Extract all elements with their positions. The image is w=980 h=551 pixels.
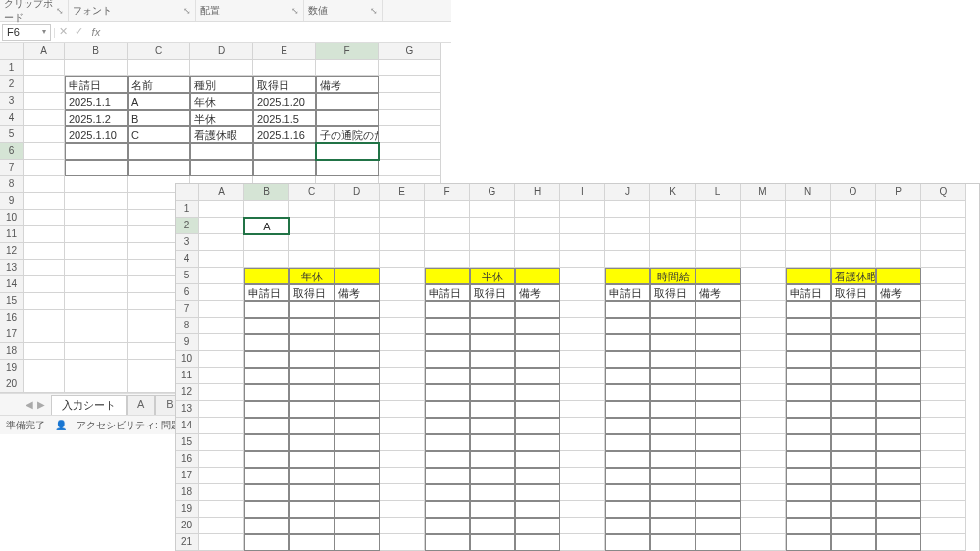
cell[interactable]: 取得日 [253,76,316,93]
cell[interactable] [470,218,515,234]
cell[interactable] [831,451,876,468]
cell[interactable]: 2025.1.20 [253,93,316,110]
cell[interactable] [289,201,335,218]
cell[interactable] [244,434,289,451]
column-header[interactable]: E [380,184,425,201]
cell[interactable] [65,376,128,393]
cell[interactable] [876,484,921,501]
cell[interactable] [335,434,380,451]
cell[interactable] [560,451,605,468]
cell[interactable] [199,284,244,301]
cell[interactable] [425,251,470,268]
cell[interactable] [190,160,253,176]
cell[interactable] [380,301,425,318]
cell[interactable] [244,484,289,501]
column-header[interactable]: K [650,184,696,201]
cell[interactable] [831,368,876,384]
cell[interactable] [605,218,650,234]
cell[interactable] [24,360,65,376]
cell[interactable] [65,210,128,226]
cell[interactable] [470,351,515,368]
column-header[interactable]: O [831,184,876,201]
cell[interactable] [289,318,335,334]
cell[interactable] [380,284,425,301]
cell[interactable] [515,351,560,368]
cell[interactable]: 年休 [190,93,253,110]
cell[interactable] [244,418,289,434]
cell[interactable]: 申請日 [65,76,128,93]
cell[interactable] [786,234,831,251]
cell[interactable] [199,418,244,434]
cell[interactable] [605,501,650,518]
cell[interactable] [515,268,560,284]
cell[interactable] [605,484,650,501]
row-header[interactable]: 15 [176,434,199,451]
cell[interactable] [741,251,786,268]
column-header[interactable]: M [741,184,786,201]
cell[interactable] [696,501,741,518]
cell[interactable] [921,234,966,251]
row-header[interactable]: 3 [176,234,199,251]
cell[interactable] [515,384,560,401]
cell[interactable] [696,218,741,234]
cell[interactable] [786,484,831,501]
dialog-launcher-icon[interactable]: ⤡ [183,6,191,16]
cell[interactable] [425,434,470,451]
cell[interactable] [921,384,966,401]
row-header[interactable]: 6 [0,143,24,160]
cell[interactable] [696,301,741,318]
cell[interactable] [605,384,650,401]
cell[interactable] [921,418,966,434]
cell[interactable] [316,93,379,110]
cell[interactable] [199,534,244,551]
cell[interactable] [876,451,921,468]
row-header[interactable]: 18 [0,343,24,360]
cell[interactable] [515,451,560,468]
cell[interactable] [876,301,921,318]
cell[interactable] [696,368,741,384]
cell[interactable] [425,501,470,518]
cell[interactable] [650,384,696,401]
cell[interactable] [199,401,244,418]
cell[interactable]: 備考 [876,284,921,301]
cell[interactable] [786,451,831,468]
cell[interactable] [741,468,786,484]
row-header[interactable]: 15 [0,293,24,310]
cell[interactable] [425,518,470,534]
cell[interactable] [380,401,425,418]
cell[interactable] [380,418,425,434]
cell[interactable] [650,434,696,451]
cell[interactable]: 申請日 [425,284,470,301]
cell[interactable] [605,451,650,468]
cell[interactable] [605,401,650,418]
column-header[interactable]: A [199,184,244,201]
cell[interactable]: 子の通院のため [316,126,379,143]
row-header[interactable]: 7 [176,301,199,318]
cell[interactable] [380,334,425,351]
cell[interactable] [560,484,605,501]
cell[interactable] [831,301,876,318]
cell[interactable] [605,201,650,218]
cell[interactable] [24,143,65,160]
cell[interactable] [515,318,560,334]
cell[interactable] [921,518,966,534]
cell[interactable] [786,268,831,284]
cell[interactable] [741,451,786,468]
cell[interactable]: 年休 [289,268,335,284]
cell[interactable] [128,60,190,76]
cell[interactable] [65,226,128,243]
cell[interactable] [605,268,650,284]
cell[interactable] [515,301,560,318]
cell[interactable] [696,251,741,268]
cell[interactable] [650,484,696,501]
cell[interactable] [24,110,65,126]
cell[interactable] [515,484,560,501]
cell[interactable] [199,384,244,401]
cell[interactable] [605,434,650,451]
cell[interactable] [470,418,515,434]
cell[interactable] [335,318,380,334]
cell[interactable] [289,218,335,234]
cell[interactable] [335,468,380,484]
ribbon-group-alignment[interactable]: 配置 ⤡ [196,0,304,21]
cell[interactable] [244,518,289,534]
